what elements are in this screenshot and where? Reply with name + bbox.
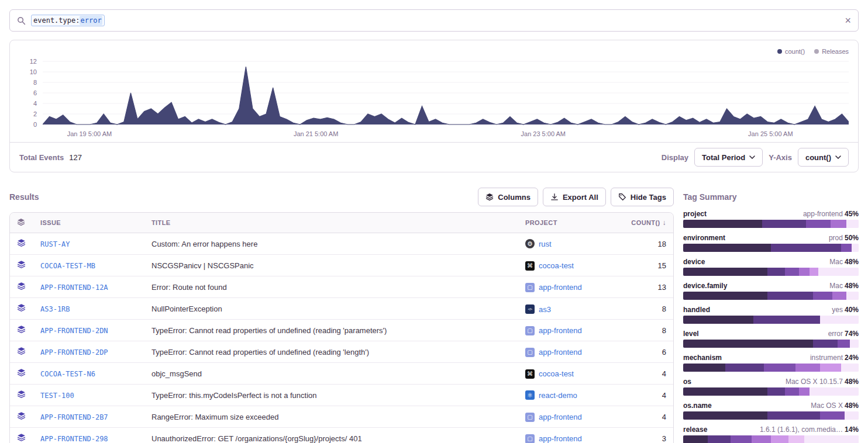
legend-item-count[interactable]: count(): [777, 48, 805, 55]
hide-tags-button[interactable]: Hide Tags: [611, 188, 674, 206]
issue-stack-icon[interactable]: [17, 282, 26, 290]
tag-distribution-bar[interactable]: [683, 340, 859, 348]
facet-bar-segment[interactable]: [813, 340, 838, 348]
tag-name[interactable]: handled: [683, 306, 710, 314]
issue-link[interactable]: COCOA-TEST-N6: [40, 370, 95, 378]
yaxis-dropdown[interactable]: count(): [798, 148, 849, 167]
facet-bar-segment[interactable]: [806, 220, 831, 228]
project-link[interactable]: app-frontend: [539, 283, 582, 292]
facet-bar-segment[interactable]: [771, 435, 788, 443]
project-link[interactable]: react-demo: [539, 391, 577, 400]
tag-name[interactable]: environment: [683, 234, 725, 242]
issue-link[interactable]: APP-FRONTEND-2DN: [40, 327, 108, 335]
issue-link[interactable]: APP-FRONTEND-2B7: [40, 413, 108, 421]
facet-bar-segment[interactable]: [683, 268, 767, 276]
issue-stack-icon[interactable]: [17, 411, 26, 420]
tag-distribution-bar[interactable]: [683, 364, 859, 372]
issue-stack-icon[interactable]: [17, 368, 26, 377]
facet-bar-segment[interactable]: [804, 435, 859, 443]
project-link[interactable]: rust: [539, 240, 552, 248]
issue-stack-icon[interactable]: [17, 325, 26, 334]
tag-distribution-bar[interactable]: [683, 435, 859, 443]
facet-bar-segment[interactable]: [785, 387, 799, 396]
facet-bar-segment[interactable]: [820, 411, 845, 420]
issue-link[interactable]: COCOA-TEST-MB: [40, 262, 95, 270]
facet-bar-segment[interactable]: [767, 411, 820, 420]
columns-button[interactable]: Columns: [478, 188, 538, 206]
facet-bar-segment[interactable]: [683, 316, 753, 324]
issue-stack-icon[interactable]: [17, 260, 26, 269]
tag-name[interactable]: device.family: [683, 282, 727, 290]
chart-plot[interactable]: [43, 57, 849, 127]
issue-link[interactable]: APP-FRONTEND-298: [40, 435, 108, 443]
tag-distribution-bar[interactable]: [683, 292, 859, 300]
facet-bar-segment[interactable]: [683, 340, 813, 348]
tag-distribution-bar[interactable]: [683, 316, 859, 324]
issue-stack-icon[interactable]: [17, 390, 26, 399]
column-header-title[interactable]: TITLE: [144, 213, 518, 233]
facet-bar-segment[interactable]: [820, 364, 841, 372]
export-all-button[interactable]: Export All: [543, 188, 606, 206]
issue-link[interactable]: APP-FRONTEND-2DP: [40, 348, 108, 357]
facet-bar-segment[interactable]: [852, 244, 859, 252]
facet-bar-segment[interactable]: [850, 340, 859, 348]
facet-bar-segment[interactable]: [771, 244, 841, 252]
facet-bar-segment[interactable]: [818, 268, 859, 276]
issue-stack-icon[interactable]: [17, 433, 26, 442]
tag-name[interactable]: os.name: [683, 402, 712, 410]
tag-name[interactable]: release: [683, 425, 707, 434]
project-link[interactable]: cocoa-test: [539, 261, 574, 270]
issue-stack-icon[interactable]: [17, 347, 26, 355]
issue-stack-icon[interactable]: [17, 238, 26, 247]
facet-bar-segment[interactable]: [708, 435, 731, 443]
facet-bar-segment[interactable]: [683, 244, 771, 252]
facet-bar-segment[interactable]: [683, 411, 767, 420]
project-link[interactable]: app-frontend: [539, 348, 582, 357]
facet-bar-segment[interactable]: [764, 364, 795, 372]
facet-bar-segment[interactable]: [683, 435, 708, 443]
project-link[interactable]: app-frontend: [539, 326, 582, 335]
legend-item-releases[interactable]: Releases: [814, 48, 849, 55]
facet-bar-segment[interactable]: [753, 316, 820, 324]
facet-bar-segment[interactable]: [810, 268, 818, 276]
facet-bar-segment[interactable]: [762, 220, 806, 228]
search-bar[interactable]: event.type:error ×: [9, 9, 859, 32]
tag-distribution-bar[interactable]: [683, 411, 859, 420]
tag-name[interactable]: project: [683, 210, 707, 218]
column-header-count[interactable]: COUNT()↓: [621, 213, 673, 233]
facet-bar-segment[interactable]: [841, 364, 859, 372]
issue-link[interactable]: AS3-1RB: [40, 305, 70, 313]
facet-bar-segment[interactable]: [846, 292, 859, 300]
facet-bar-segment[interactable]: [683, 387, 767, 396]
tag-name[interactable]: mechanism: [683, 354, 722, 362]
display-dropdown[interactable]: Total Period: [694, 148, 763, 167]
facet-bar-segment[interactable]: [767, 268, 785, 276]
facet-bar-segment[interactable]: [785, 268, 799, 276]
facet-bar-segment[interactable]: [813, 292, 832, 300]
clear-search-icon[interactable]: ×: [845, 15, 851, 26]
facet-bar-segment[interactable]: [683, 220, 762, 228]
tag-distribution-bar[interactable]: [683, 244, 859, 252]
facet-bar-segment[interactable]: [799, 268, 810, 276]
facet-bar-segment[interactable]: [683, 364, 725, 372]
project-link[interactable]: cocoa-test: [539, 369, 574, 378]
facet-bar-segment[interactable]: [846, 220, 859, 228]
facet-bar-segment[interactable]: [799, 387, 810, 396]
column-header-project[interactable]: PROJECT: [518, 213, 621, 233]
column-header-issue[interactable]: ISSUE: [33, 213, 144, 233]
facet-bar-segment[interactable]: [810, 387, 859, 396]
facet-bar-segment[interactable]: [725, 364, 764, 372]
tag-distribution-bar[interactable]: [683, 387, 859, 396]
issue-link[interactable]: TEST-100: [40, 392, 74, 400]
stack-icon[interactable]: [17, 218, 25, 226]
project-link[interactable]: app-frontend: [539, 434, 582, 443]
search-query-token[interactable]: event.type:error: [31, 15, 105, 26]
facet-bar-segment[interactable]: [767, 292, 813, 300]
facet-bar-segment[interactable]: [841, 244, 852, 252]
facet-bar-segment[interactable]: [752, 435, 771, 443]
facet-bar-segment[interactable]: [845, 411, 859, 420]
issue-link[interactable]: APP-FRONTEND-12A: [40, 283, 108, 292]
facet-bar-segment[interactable]: [838, 340, 850, 348]
project-link[interactable]: as3: [539, 305, 551, 314]
tag-name[interactable]: level: [683, 330, 699, 338]
